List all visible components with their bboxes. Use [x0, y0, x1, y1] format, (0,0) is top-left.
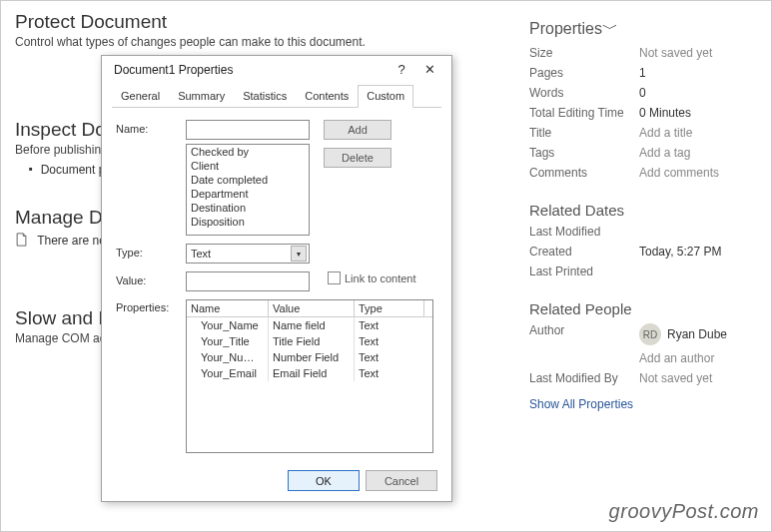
value-input[interactable] [186, 271, 310, 291]
properties-dialog: Document1 Properties ? ✕ General Summary… [101, 55, 452, 502]
tab-contents[interactable]: Contents [296, 85, 358, 108]
tab-summary[interactable]: Summary [169, 85, 234, 108]
prop-row-size: SizeNot saved yet [529, 46, 757, 60]
link-to-content-label: Link to content [345, 272, 416, 284]
list-item[interactable]: Date completed [187, 173, 309, 187]
properties-table[interactable]: Name Value Type Your_NameName fieldText … [186, 299, 433, 453]
prop-row-words: Words0 [529, 86, 757, 100]
properties-head-label: Properties [529, 20, 602, 37]
date-last-printed: Last Printed [529, 265, 757, 278]
tab-custom[interactable]: Custom [358, 85, 413, 108]
manage-sub: There are no [37, 234, 106, 248]
related-dates-head: Related Dates [529, 202, 757, 219]
list-item[interactable]: Department [187, 187, 309, 201]
col-value[interactable]: Value [269, 300, 355, 316]
label-type: Type: [116, 244, 186, 259]
date-last-modified: Last Modified [529, 225, 757, 239]
avatar: RD [639, 323, 661, 345]
chevron-down-icon: ﹀ [602, 20, 618, 37]
table-row[interactable]: Your_Nu…Number FieldText [187, 349, 432, 365]
prop-row-title[interactable]: TitleAdd a title [529, 126, 757, 140]
link-to-content-checkbox[interactable]: Link to content [328, 271, 416, 284]
author-name[interactable]: Ryan Dube [667, 327, 727, 341]
name-input[interactable] [186, 120, 310, 140]
list-item[interactable]: Checked by [187, 145, 309, 159]
col-type[interactable]: Type [355, 300, 424, 316]
dialog-title: Document1 Properties [114, 63, 387, 77]
tab-general[interactable]: General [112, 85, 169, 108]
date-created: CreatedToday, 5:27 PM [529, 245, 757, 259]
prop-row-pages: Pages1 [529, 66, 757, 80]
label-properties: Properties: [116, 299, 186, 313]
prop-row-tet: Total Editing Time0 Minutes [529, 106, 757, 120]
add-button[interactable]: Add [324, 120, 391, 140]
label-name: Name: [116, 120, 186, 135]
properties-dropdown[interactable]: Properties﹀ [529, 19, 757, 40]
list-item[interactable]: Destination [187, 201, 309, 215]
prop-row-tags[interactable]: TagsAdd a tag [529, 146, 757, 160]
author-row: Author RD Ryan Dube [529, 323, 757, 345]
last-modified-by-row: Last Modified ByNot saved yet [529, 371, 757, 385]
ok-button[interactable]: OK [288, 470, 360, 491]
prop-row-comments[interactable]: CommentsAdd comments [529, 166, 757, 180]
name-suggestions-list[interactable]: Checked by Client Date completed Departm… [186, 144, 310, 236]
show-all-properties-link[interactable]: Show All Properties [529, 397, 757, 411]
tab-statistics[interactable]: Statistics [234, 85, 296, 108]
type-select[interactable]: Text ▾ [186, 244, 310, 264]
related-people-head: Related People [529, 300, 757, 317]
list-item[interactable]: Disposition [187, 215, 309, 229]
document-icon [15, 233, 28, 247]
watermark: groovyPost.com [609, 500, 759, 523]
dropdown-icon: ▾ [291, 246, 307, 262]
type-value: Text [191, 248, 211, 260]
protect-sub: Control what types of changes people can… [15, 35, 517, 49]
add-author-link[interactable]: Add an author [529, 351, 757, 365]
protect-title: Protect Document [15, 11, 517, 33]
col-name[interactable]: Name [187, 300, 269, 316]
table-row[interactable]: Your_EmailEmail FieldText [187, 365, 432, 381]
cancel-button[interactable]: Cancel [366, 470, 437, 491]
help-button[interactable]: ? [387, 59, 415, 81]
checkbox-icon [328, 271, 341, 284]
list-item[interactable]: Client [187, 159, 309, 173]
delete-button[interactable]: Delete [324, 148, 391, 168]
close-button[interactable]: ✕ [415, 59, 443, 81]
label-value: Value: [116, 271, 186, 286]
table-row[interactable]: Your_NameName fieldText [187, 317, 432, 333]
table-row[interactable]: Your_TitleTitle FieldText [187, 333, 432, 349]
